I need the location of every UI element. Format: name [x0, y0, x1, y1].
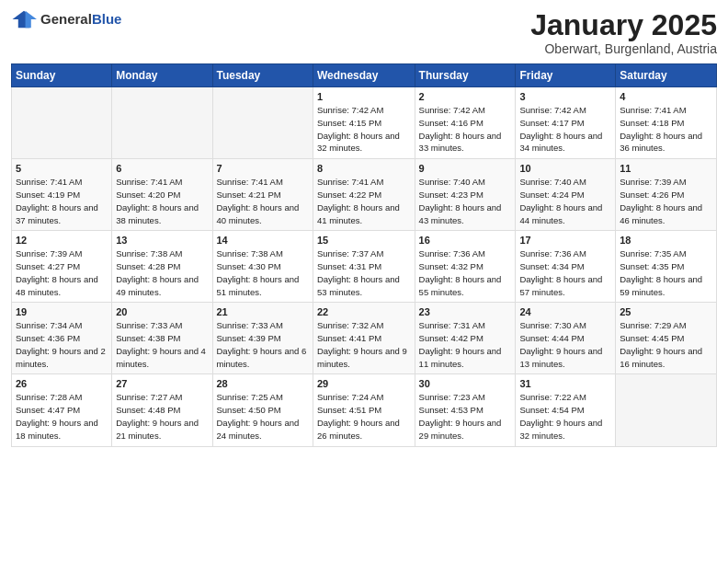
day-number: 21 — [217, 306, 309, 317]
calendar-cell: 5Sunrise: 7:41 AM Sunset: 4:19 PM Daylig… — [12, 159, 112, 231]
day-info: Sunrise: 7:33 AM Sunset: 4:39 PM Dayligh… — [217, 319, 309, 370]
day-number: 5 — [16, 163, 108, 174]
day-number: 26 — [16, 378, 108, 389]
day-number: 12 — [16, 235, 108, 246]
day-info: Sunrise: 7:29 AM Sunset: 4:45 PM Dayligh… — [620, 319, 712, 370]
day-number: 31 — [519, 378, 611, 389]
day-info: Sunrise: 7:36 AM Sunset: 4:34 PM Dayligh… — [519, 247, 611, 298]
calendar-cell: 16Sunrise: 7:36 AM Sunset: 4:32 PM Dayli… — [415, 231, 516, 303]
calendar-cell: 31Sunrise: 7:22 AM Sunset: 4:54 PM Dayli… — [516, 374, 616, 446]
day-info: Sunrise: 7:31 AM Sunset: 4:42 PM Dayligh… — [419, 319, 512, 370]
main-title: January 2025 — [530, 9, 717, 41]
calendar-day-header: Thursday — [415, 64, 516, 87]
day-number: 22 — [317, 306, 411, 317]
calendar-cell: 17Sunrise: 7:36 AM Sunset: 4:34 PM Dayli… — [516, 231, 616, 303]
calendar-week-row: 12Sunrise: 7:39 AM Sunset: 4:27 PM Dayli… — [12, 231, 717, 303]
day-number: 1 — [317, 91, 411, 102]
subtitle: Oberwart, Burgenland, Austria — [530, 41, 717, 56]
day-number: 16 — [419, 235, 512, 246]
calendar-cell: 8Sunrise: 7:41 AM Sunset: 4:22 PM Daylig… — [313, 159, 415, 231]
day-number: 20 — [116, 306, 208, 317]
calendar-day-header: Friday — [516, 64, 616, 87]
day-info: Sunrise: 7:27 AM Sunset: 4:48 PM Dayligh… — [116, 391, 208, 442]
day-info: Sunrise: 7:32 AM Sunset: 4:41 PM Dayligh… — [317, 319, 411, 370]
page-container: GeneralBlue January 2025 Oberwart, Burge… — [0, 0, 728, 456]
calendar-cell — [112, 87, 212, 159]
calendar-day-header: Monday — [112, 64, 212, 87]
day-number: 8 — [317, 163, 411, 174]
day-number: 24 — [519, 306, 611, 317]
day-info: Sunrise: 7:30 AM Sunset: 4:44 PM Dayligh… — [519, 319, 611, 370]
calendar-cell: 19Sunrise: 7:34 AM Sunset: 4:36 PM Dayli… — [12, 303, 112, 374]
day-number: 23 — [419, 306, 512, 317]
calendar-cell: 2Sunrise: 7:42 AM Sunset: 4:16 PM Daylig… — [415, 87, 516, 159]
calendar-cell: 10Sunrise: 7:40 AM Sunset: 4:24 PM Dayli… — [516, 159, 616, 231]
calendar-cell: 29Sunrise: 7:24 AM Sunset: 4:51 PM Dayli… — [313, 374, 415, 446]
day-info: Sunrise: 7:34 AM Sunset: 4:36 PM Dayligh… — [16, 319, 108, 370]
day-number: 9 — [419, 163, 512, 174]
day-number: 28 — [217, 378, 309, 389]
day-info: Sunrise: 7:38 AM Sunset: 4:30 PM Dayligh… — [217, 247, 309, 298]
day-number: 10 — [519, 163, 611, 174]
calendar-cell — [212, 87, 313, 159]
day-info: Sunrise: 7:39 AM Sunset: 4:26 PM Dayligh… — [620, 176, 712, 226]
day-info: Sunrise: 7:33 AM Sunset: 4:38 PM Dayligh… — [116, 319, 208, 370]
day-number: 2 — [419, 91, 512, 102]
header: GeneralBlue January 2025 Oberwart, Burge… — [11, 9, 717, 56]
day-info: Sunrise: 7:41 AM Sunset: 4:18 PM Dayligh… — [620, 104, 712, 155]
calendar-cell: 26Sunrise: 7:28 AM Sunset: 4:47 PM Dayli… — [12, 374, 112, 446]
day-info: Sunrise: 7:40 AM Sunset: 4:23 PM Dayligh… — [419, 176, 512, 226]
calendar-cell: 4Sunrise: 7:41 AM Sunset: 4:18 PM Daylig… — [616, 87, 717, 159]
calendar-cell: 30Sunrise: 7:23 AM Sunset: 4:53 PM Dayli… — [415, 374, 516, 446]
day-info: Sunrise: 7:39 AM Sunset: 4:27 PM Dayligh… — [16, 247, 108, 298]
calendar-day-header: Saturday — [616, 64, 717, 87]
calendar-cell: 27Sunrise: 7:27 AM Sunset: 4:48 PM Dayli… — [112, 374, 212, 446]
calendar-cell: 12Sunrise: 7:39 AM Sunset: 4:27 PM Dayli… — [12, 231, 112, 303]
calendar-cell: 9Sunrise: 7:40 AM Sunset: 4:23 PM Daylig… — [415, 159, 516, 231]
calendar-cell: 22Sunrise: 7:32 AM Sunset: 4:41 PM Dayli… — [313, 303, 415, 374]
day-info: Sunrise: 7:42 AM Sunset: 4:16 PM Dayligh… — [419, 104, 512, 155]
calendar-cell — [12, 87, 112, 159]
day-info: Sunrise: 7:25 AM Sunset: 4:50 PM Dayligh… — [217, 391, 309, 442]
day-info: Sunrise: 7:38 AM Sunset: 4:28 PM Dayligh… — [116, 247, 208, 298]
calendar-cell: 13Sunrise: 7:38 AM Sunset: 4:28 PM Dayli… — [112, 231, 212, 303]
day-info: Sunrise: 7:36 AM Sunset: 4:32 PM Dayligh… — [419, 247, 512, 298]
calendar-cell: 11Sunrise: 7:39 AM Sunset: 4:26 PM Dayli… — [616, 159, 717, 231]
calendar-day-header: Wednesday — [313, 64, 415, 87]
day-info: Sunrise: 7:41 AM Sunset: 4:20 PM Dayligh… — [116, 176, 208, 226]
day-number: 14 — [217, 235, 309, 246]
calendar-table: SundayMondayTuesdayWednesdayThursdayFrid… — [11, 63, 717, 446]
calendar-header-row: SundayMondayTuesdayWednesdayThursdayFrid… — [12, 64, 717, 87]
calendar-cell: 18Sunrise: 7:35 AM Sunset: 4:35 PM Dayli… — [616, 231, 717, 303]
day-number: 6 — [116, 163, 208, 174]
day-number: 29 — [317, 378, 411, 389]
day-info: Sunrise: 7:42 AM Sunset: 4:17 PM Dayligh… — [519, 104, 611, 155]
logo-icon — [11, 9, 37, 29]
calendar-week-row: 5Sunrise: 7:41 AM Sunset: 4:19 PM Daylig… — [12, 159, 717, 231]
calendar-cell: 3Sunrise: 7:42 AM Sunset: 4:17 PM Daylig… — [516, 87, 616, 159]
day-number: 11 — [620, 163, 712, 174]
calendar-week-row: 26Sunrise: 7:28 AM Sunset: 4:47 PM Dayli… — [12, 374, 717, 446]
day-number: 18 — [620, 235, 712, 246]
calendar-cell: 25Sunrise: 7:29 AM Sunset: 4:45 PM Dayli… — [616, 303, 717, 374]
day-info: Sunrise: 7:41 AM Sunset: 4:21 PM Dayligh… — [217, 176, 309, 226]
day-info: Sunrise: 7:22 AM Sunset: 4:54 PM Dayligh… — [519, 391, 611, 442]
calendar-day-header: Tuesday — [212, 64, 313, 87]
day-number: 3 — [519, 91, 611, 102]
day-info: Sunrise: 7:41 AM Sunset: 4:22 PM Dayligh… — [317, 176, 411, 226]
day-number: 30 — [419, 378, 512, 389]
day-number: 27 — [116, 378, 208, 389]
calendar-cell: 15Sunrise: 7:37 AM Sunset: 4:31 PM Dayli… — [313, 231, 415, 303]
calendar-cell: 7Sunrise: 7:41 AM Sunset: 4:21 PM Daylig… — [212, 159, 313, 231]
calendar-cell: 6Sunrise: 7:41 AM Sunset: 4:20 PM Daylig… — [112, 159, 212, 231]
day-info: Sunrise: 7:28 AM Sunset: 4:47 PM Dayligh… — [16, 391, 108, 442]
day-number: 25 — [620, 306, 712, 317]
day-number: 19 — [16, 306, 108, 317]
calendar-cell — [616, 374, 717, 446]
day-number: 17 — [519, 235, 611, 246]
title-block: January 2025 Oberwart, Burgenland, Austr… — [530, 9, 717, 56]
calendar-cell: 28Sunrise: 7:25 AM Sunset: 4:50 PM Dayli… — [212, 374, 313, 446]
day-info: Sunrise: 7:24 AM Sunset: 4:51 PM Dayligh… — [317, 391, 411, 442]
logo: GeneralBlue — [11, 9, 121, 29]
calendar-day-header: Sunday — [12, 64, 112, 87]
